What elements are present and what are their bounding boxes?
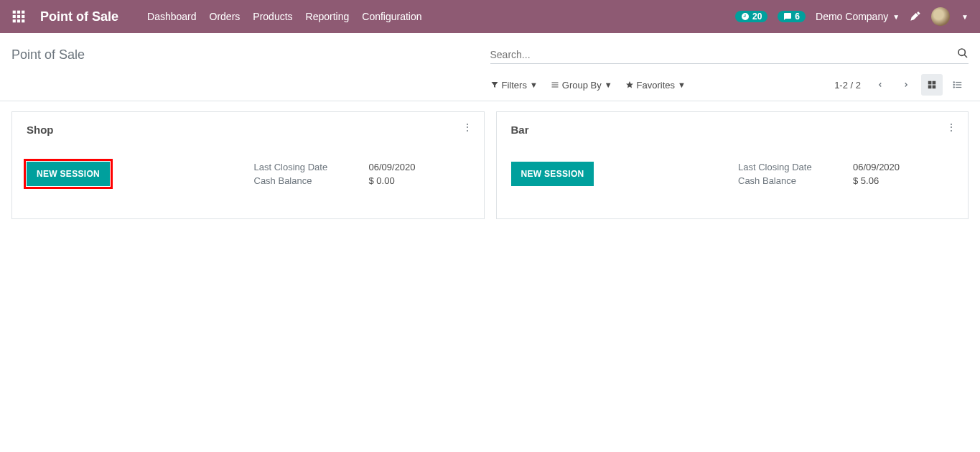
breadcrumb: Point of Sale <box>11 47 490 63</box>
pager-text[interactable]: 1-2 / 2 <box>834 80 861 91</box>
cash-balance-label: Cash Balance <box>254 175 369 186</box>
svg-rect-2 <box>22 11 24 14</box>
search-input[interactable] <box>490 46 969 63</box>
kanban-icon <box>927 80 937 90</box>
kanban-view-button[interactable] <box>921 74 943 96</box>
messages-count: 6 <box>795 11 800 22</box>
last-closing-label: Last Closing Date <box>254 162 369 172</box>
last-closing-value: 06/09/2020 <box>369 162 470 172</box>
main-navbar: Point of Sale Dashboard Orders Products … <box>0 0 980 33</box>
card-info: Last Closing Date 06/09/2020 Cash Balanc… <box>738 162 953 186</box>
svg-rect-6 <box>13 19 16 22</box>
pos-card-shop: Shop ⋮ NEW SESSION Last Closing Date 06/… <box>11 111 485 219</box>
card-info: Last Closing Date 06/09/2020 Cash Balanc… <box>254 162 470 186</box>
svg-point-9 <box>958 49 965 55</box>
user-avatar[interactable] <box>931 7 950 26</box>
svg-rect-0 <box>13 11 16 14</box>
cash-balance-label: Cash Balance <box>738 175 853 186</box>
clock-icon <box>741 12 750 21</box>
favorites-button[interactable]: Favorites ▼ <box>625 80 686 91</box>
new-session-button[interactable]: NEW SESSION <box>27 162 110 186</box>
svg-rect-7 <box>17 19 20 22</box>
svg-rect-17 <box>933 86 936 89</box>
funnel-icon <box>490 80 499 89</box>
chat-icon <box>783 12 792 21</box>
search-wrap <box>490 46 969 64</box>
nav-dashboard[interactable]: Dashboard <box>147 11 197 22</box>
chevron-down-icon: ▼ <box>530 80 538 89</box>
filters-label: Filters <box>502 80 527 91</box>
chevron-right-icon <box>902 81 910 88</box>
card-menu-icon[interactable]: ⋮ <box>946 122 956 132</box>
nav-configuration[interactable]: Configuration <box>362 11 421 22</box>
last-closing-value: 06/09/2020 <box>853 162 953 172</box>
svg-point-23 <box>953 87 954 88</box>
svg-rect-16 <box>928 86 932 89</box>
pos-card-bar: Bar ⋮ NEW SESSION Last Closing Date 06/0… <box>496 111 969 219</box>
user-menu-caret[interactable]: ▼ <box>961 13 969 21</box>
pager-prev[interactable] <box>869 74 891 96</box>
card-title: Shop <box>27 124 470 136</box>
new-session-button[interactable]: NEW SESSION <box>511 162 594 186</box>
star-icon <box>625 80 634 89</box>
svg-rect-1 <box>17 11 20 14</box>
nav-reporting[interactable]: Reporting <box>306 11 350 22</box>
svg-rect-15 <box>933 81 936 85</box>
company-switcher[interactable]: Demo Company ▼ <box>816 11 900 22</box>
kanban-container: Shop ⋮ NEW SESSION Last Closing Date 06/… <box>0 101 980 229</box>
svg-rect-4 <box>17 15 20 18</box>
chevron-down-icon: ▼ <box>678 80 686 89</box>
chevron-down-icon: ▼ <box>892 13 900 21</box>
svg-rect-14 <box>928 81 932 85</box>
app-title[interactable]: Point of Sale <box>40 9 118 24</box>
activity-count: 20 <box>752 11 762 22</box>
svg-rect-8 <box>22 19 24 22</box>
chevron-down-icon: ▼ <box>605 80 612 89</box>
pager-next[interactable] <box>895 74 917 96</box>
chevron-left-icon <box>877 81 884 88</box>
list-view-button[interactable] <box>947 74 969 96</box>
svg-rect-3 <box>13 15 16 18</box>
svg-rect-5 <box>22 15 24 18</box>
card-title: Bar <box>511 124 954 136</box>
messages-badge[interactable]: 6 <box>778 11 806 22</box>
filters-button[interactable]: Filters ▼ <box>490 80 538 91</box>
svg-line-10 <box>964 55 967 57</box>
nav-products[interactable]: Products <box>253 11 292 22</box>
last-closing-label: Last Closing Date <box>738 162 853 172</box>
nav-orders[interactable]: Orders <box>210 11 241 22</box>
activity-badge[interactable]: 20 <box>735 11 767 22</box>
debug-icon[interactable] <box>910 10 921 24</box>
groupby-label: Group By <box>562 80 602 91</box>
svg-point-22 <box>953 84 954 85</box>
list-icon <box>551 80 559 89</box>
nav-items: Dashboard Orders Products Reporting Conf… <box>147 11 422 22</box>
cash-balance-value: $ 0.00 <box>369 175 470 186</box>
company-name: Demo Company <box>816 11 888 22</box>
card-menu-icon[interactable]: ⋮ <box>462 122 472 132</box>
search-icon[interactable] <box>957 47 969 61</box>
list-icon <box>953 80 963 90</box>
groupby-button[interactable]: Group By ▼ <box>551 80 612 91</box>
apps-icon[interactable] <box>11 9 26 24</box>
favorites-label: Favorites <box>637 80 675 91</box>
cash-balance-value: $ 5.06 <box>853 175 953 186</box>
control-panel: Point of Sale Filters ▼ Group By ▼ Favor… <box>0 33 980 101</box>
svg-point-21 <box>953 82 954 83</box>
